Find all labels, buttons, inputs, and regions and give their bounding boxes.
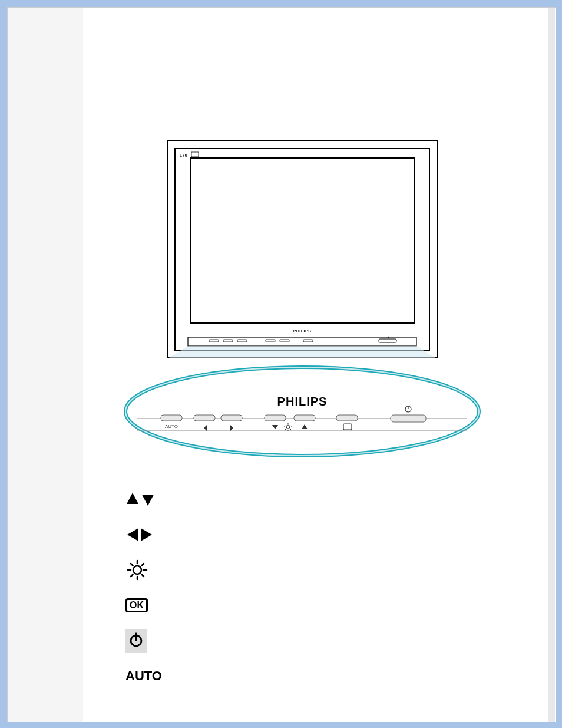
auto-label: AUTO bbox=[125, 668, 162, 684]
brand-label-large: PHILIPS bbox=[277, 395, 328, 409]
svg-line-39 bbox=[142, 575, 144, 577]
button-power bbox=[391, 415, 426, 422]
svg-line-41 bbox=[142, 564, 144, 566]
button-up bbox=[294, 415, 315, 421]
svg-rect-10 bbox=[303, 340, 313, 342]
button-legend: OK AUTO bbox=[125, 482, 361, 694]
button-ok bbox=[336, 415, 358, 421]
svg-marker-32 bbox=[141, 528, 152, 541]
svg-marker-29 bbox=[127, 493, 138, 504]
left-margin-column bbox=[8, 8, 83, 722]
legend-row-up-down bbox=[125, 482, 361, 517]
divider-line bbox=[96, 80, 538, 80]
svg-rect-8 bbox=[266, 340, 275, 342]
button-auto bbox=[161, 415, 182, 421]
power-icon bbox=[125, 629, 161, 653]
legend-row-left-right bbox=[125, 517, 361, 552]
button-right bbox=[221, 415, 242, 421]
right-margin-column bbox=[548, 8, 555, 722]
legend-row-auto: AUTO bbox=[125, 658, 361, 694]
legend-row-brightness bbox=[125, 552, 361, 588]
page-frame: 170 PHILIPS bbox=[7, 7, 556, 722]
svg-marker-30 bbox=[142, 495, 154, 506]
legend-row-ok: OK bbox=[125, 588, 361, 623]
svg-rect-2 bbox=[190, 158, 414, 323]
svg-point-14 bbox=[125, 367, 479, 456]
svg-line-40 bbox=[131, 575, 133, 577]
svg-rect-11 bbox=[379, 339, 396, 342]
auto-text-icon: AUTO bbox=[125, 664, 161, 688]
svg-rect-5 bbox=[209, 340, 219, 342]
up-down-triangles-icon bbox=[125, 487, 161, 511]
brightness-icon bbox=[125, 558, 161, 582]
ok-box-icon: OK bbox=[125, 594, 161, 617]
control-panel-closeup: AUTO bbox=[120, 358, 485, 465]
svg-line-38 bbox=[131, 564, 133, 566]
svg-marker-31 bbox=[127, 528, 138, 541]
brand-label-small: PHILIPS bbox=[293, 329, 312, 333]
ok-label: OK bbox=[125, 598, 148, 612]
button-left bbox=[194, 415, 215, 421]
svg-rect-9 bbox=[280, 340, 289, 342]
button-down bbox=[265, 415, 286, 421]
monitor-front-illustration: 170 PHILIPS bbox=[167, 140, 438, 358]
svg-point-12 bbox=[388, 337, 389, 338]
svg-rect-7 bbox=[237, 340, 247, 342]
button-auto-label: AUTO bbox=[165, 424, 178, 429]
page-outer-border: 170 PHILIPS bbox=[0, 0, 562, 728]
model-label: 170 bbox=[180, 153, 187, 157]
left-right-triangles-icon bbox=[125, 523, 161, 546]
legend-row-power bbox=[125, 623, 361, 658]
svg-marker-13 bbox=[167, 346, 438, 358]
svg-point-33 bbox=[133, 566, 141, 574]
svg-rect-6 bbox=[223, 340, 233, 342]
